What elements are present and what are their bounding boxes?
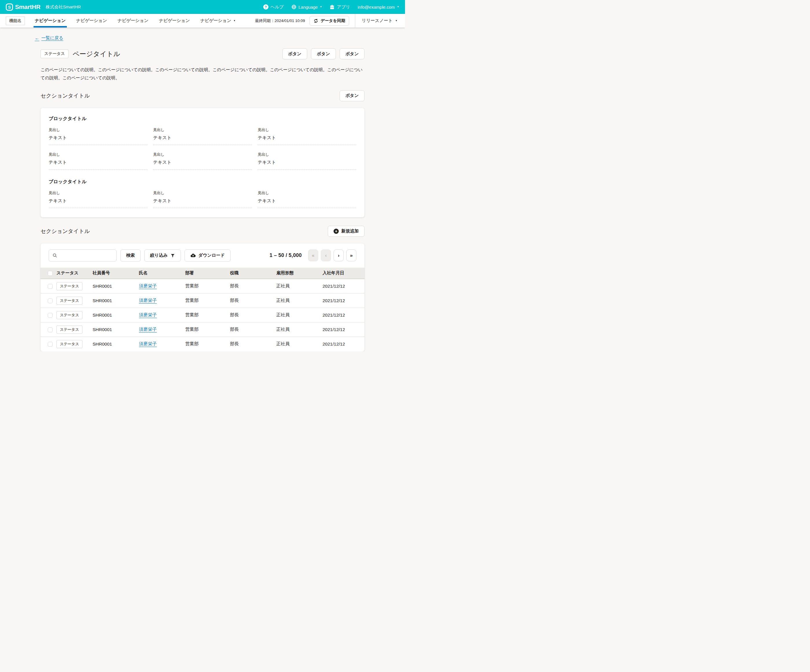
nav-item-4[interactable]: ナビゲーション [158,14,191,27]
back-to-list-link[interactable]: ← 一覧に戻る [35,35,63,41]
company-name: 株式会社SmartHR [46,4,81,10]
filter-label: 絞り込み [150,253,168,258]
page-header-buttons: ボタン ボタン ボタン [282,48,364,59]
list-card: 検索 絞り込み ダウンロード 1 – 50 / 5,000 « [40,243,364,351]
position-cell: 部長 [230,279,276,294]
first-page-button[interactable]: « [308,250,318,261]
page-action-button-3[interactable]: ボタン [339,48,364,59]
employee-id-cell: SHR0001 [93,279,139,294]
help-icon: ? [263,4,268,10]
field: 見出し テキスト [153,191,251,208]
list-section-header: セクションタイトル + 新規追加 [40,226,364,237]
employee-name-link[interactable]: 須磨栄子 [139,341,157,346]
nav-item-3[interactable]: ナビゲーション [116,14,150,27]
block-title: ブロックタイトル [49,179,356,185]
download-label: ダウンロード [198,253,225,258]
prev-page-button[interactable]: ‹ [321,250,331,261]
page-description: このページについての説明。このページについての説明。このページについての説明。こ… [40,66,364,82]
row-checkbox[interactable] [48,327,52,332]
row-checkbox[interactable] [48,298,52,303]
globe-icon [291,4,297,10]
info-block-1: ブロックタイトル 見出し テキスト 見出し テキスト 見出し テキスト 見出し … [49,116,356,170]
search-icon [52,253,57,258]
chevron-down-icon: ▼ [395,20,397,22]
employment-cell: 正社員 [276,294,322,308]
add-new-button[interactable]: + 新規追加 [328,226,364,237]
back-link-label: 一覧に戻る [41,35,63,41]
search-input[interactable] [59,253,113,258]
status-badge: ステータス [56,282,83,290]
app-navigation: 機能名 ナビゲーション ナビゲーション ナビゲーション ナビゲーション ナビゲー… [0,14,405,27]
page-action-button-1[interactable]: ボタン [282,48,307,59]
table-row: ステータス SHR0001 須磨栄子 営業部 部長 正社員 2021/12/12 [40,322,364,337]
employee-table: ステータス 社員番号 氏名 部署 役職 雇用形態 入社年月日 ステータス SHR… [40,268,364,351]
field-value: テキスト [258,198,356,208]
list-section-title: セクションタイトル [40,228,89,235]
nav-item-5-dropdown[interactable]: ナビゲーション ▼ [199,14,237,27]
employment-cell: 正社員 [276,279,322,294]
download-button[interactable]: ダウンロード [184,250,231,262]
chevron-down-icon: ▼ [233,20,236,22]
briefcase-icon [329,4,335,10]
status-badge: ステータス [56,340,83,348]
funnel-icon [170,253,175,258]
row-checkbox[interactable] [48,313,52,318]
field-value: テキスト [153,135,251,145]
release-notes-menu[interactable]: リリースノート ▼ [360,18,399,24]
nav-items: ナビゲーション ナビゲーション ナビゲーション ナビゲーション ナビゲーション … [29,14,241,27]
hire-date-cell: 2021/12/12 [322,337,364,351]
sync-data-button[interactable]: データを同期 [309,16,349,26]
row-checkbox[interactable] [48,284,52,289]
employee-name-link[interactable]: 須磨栄子 [139,327,157,332]
help-link[interactable]: ? ヘルプ [263,4,284,10]
row-checkbox[interactable] [48,342,52,347]
fields-grid: 見出し テキスト 見出し テキスト 見出し テキスト 見出し テキスト 見出し [49,127,356,170]
nav-item-1[interactable]: ナビゲーション [34,14,67,27]
column-header-department: 部署 [185,268,230,279]
next-page-button[interactable]: › [334,250,344,261]
field-label: 見出し [49,127,147,133]
status-badge: ステータス [56,297,83,305]
field-label: 見出し [258,191,356,196]
select-all-checkbox[interactable] [48,271,52,276]
chevron-right-icon: › [338,253,339,258]
info-section-title: セクションタイトル [40,92,89,99]
field-label: 見出し [153,127,251,133]
last-page-button[interactable]: » [346,250,356,261]
position-cell: 部長 [230,308,276,322]
smarthr-logo-icon: S [6,3,13,11]
help-label: ヘルプ [270,4,284,10]
info-section-button[interactable]: ボタン [339,90,364,101]
employee-name-link[interactable]: 須磨栄子 [139,298,157,303]
field: 見出し テキスト [258,191,356,208]
field-label: 見出し [258,152,356,157]
field-label: 見出し [153,191,251,196]
table-row: ステータス SHR0001 須磨栄子 営業部 部長 正社員 2021/12/12 [40,294,364,308]
page-action-button-2[interactable]: ボタン [311,48,336,59]
field: 見出し テキスト [49,127,147,145]
cloud-download-icon [191,253,196,258]
employee-name-link[interactable]: 須磨栄子 [139,283,157,288]
account-menu[interactable]: info@example.com ▼ [358,5,399,10]
language-menu[interactable]: Language ▼ [291,4,322,10]
info-card: ブロックタイトル 見出し テキスト 見出し テキスト 見出し テキスト 見出し … [40,108,364,217]
nav-item-2[interactable]: ナビゲーション [75,14,108,27]
field: 見出し テキスト [153,127,251,145]
nav-item-label: ナビゲーション [117,18,148,24]
filter-button[interactable]: 絞り込み [144,250,181,262]
department-cell: 営業部 [185,322,230,337]
apps-menu[interactable]: アプリ [329,4,350,10]
employee-name-link[interactable]: 須磨栄子 [139,312,157,317]
smarthr-wordmark: SmartHR [15,3,40,10]
status-badge: ステータス [56,326,83,334]
nav-item-label: ナビゲーション [35,18,66,24]
refresh-icon [314,19,318,23]
column-header-position: 役職 [230,268,276,279]
search-button[interactable]: 検索 [120,250,140,262]
field-value: テキスト [153,198,251,208]
table-header-row: ステータス 社員番号 氏名 部署 役職 雇用形態 入社年月日 [40,268,364,279]
info-block-2: ブロックタイトル 見出し テキスト 見出し テキスト 見出し テキスト [49,179,356,208]
department-cell: 営業部 [185,337,230,351]
page-title: ページタイトル [73,49,120,59]
smarthr-logo[interactable]: S SmartHR [6,3,40,11]
